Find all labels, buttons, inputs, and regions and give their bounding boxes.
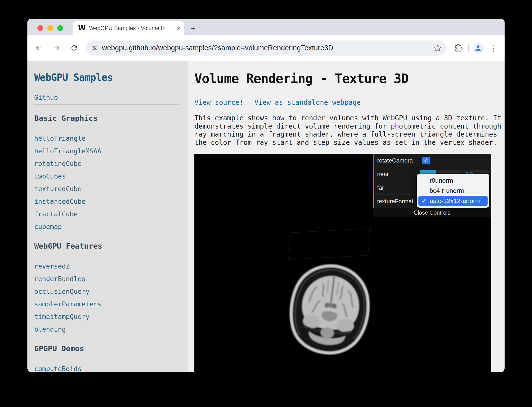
volume-render-brain — [280, 258, 381, 358]
section-heading-basic-graphics: Basic Graphics — [34, 114, 180, 123]
tab-title: WebGPU Samples - Volume R — [89, 25, 176, 32]
url-text[interactable]: webgpu.github.io/webgpu-samples/?sample=… — [102, 44, 431, 52]
back-arrow-icon — [35, 44, 43, 52]
check-icon: ✓ — [422, 197, 426, 204]
extensions-button[interactable] — [453, 42, 464, 54]
section-heading-gpgpu-demos: GPGPU Demos — [34, 344, 180, 353]
rotate-camera-checkbox[interactable]: ✓ — [422, 157, 430, 164]
standalone-link[interactable]: View as standalone webpage — [254, 98, 361, 106]
sidebar-link[interactable]: reversedZ — [34, 262, 180, 270]
gui-row-label: far — [374, 184, 419, 191]
dropdown-option[interactable]: bc4-r-unorm — [418, 186, 488, 196]
gui-row-label: near — [374, 171, 419, 178]
toolbar-divider — [468, 44, 469, 52]
page-title: Volume Rendering - Texture 3D — [194, 71, 505, 86]
close-controls-button[interactable]: Close Controls — [373, 208, 491, 217]
link-separator: — — [247, 98, 251, 106]
site-title: WebGPU Samples — [34, 72, 180, 83]
source-links: View source!—View as standalone webpage — [194, 98, 505, 106]
menu-icon[interactable]: ⋮ — [487, 44, 499, 52]
sidebar-link[interactable]: twoCubes — [34, 172, 180, 180]
bookmark-star-icon[interactable] — [434, 44, 441, 52]
traffic-lights — [37, 25, 63, 31]
faint-cube-edge — [288, 228, 371, 260]
sidebar-link[interactable]: blending — [34, 325, 180, 334]
sidebar-link[interactable]: instancedCube — [34, 197, 180, 206]
gui-row-label: textureFormat — [374, 198, 419, 205]
tab-strip: W WebGPU Samples - Volume R × + — [27, 19, 505, 35]
github-link[interactable]: Github — [34, 94, 58, 101]
reload-icon — [70, 44, 78, 52]
forward-button[interactable] — [50, 42, 62, 54]
sidebar-divider — [34, 105, 180, 105]
sample-description: This example shows how to render volumes… — [194, 114, 505, 147]
browser-window: W WebGPU Samples - Volume R × + webgpu.g… — [27, 19, 505, 372]
page-content: WebGPU Samples Github Basic Graphics hel… — [27, 61, 505, 372]
site-settings-icon[interactable] — [91, 44, 98, 52]
gui-row-label: rotateCamera — [374, 157, 419, 164]
browser-toolbar: webgpu.github.io/webgpu-samples/?sample=… — [27, 35, 505, 61]
sidebar-link[interactable]: computeBoids — [34, 365, 180, 372]
sidebar-link[interactable]: samplerParameters — [34, 300, 180, 308]
sidebar-link[interactable]: renderBundles — [34, 275, 180, 283]
sidebar-link[interactable]: helloTriangle — [34, 134, 180, 143]
section-heading-webgpu-features: WebGPU Features — [34, 241, 180, 251]
forward-arrow-icon — [52, 44, 60, 52]
url-bar[interactable]: webgpu.github.io/webgpu-samples/?sample=… — [86, 41, 446, 56]
browser-tab[interactable]: W WebGPU Samples - Volume R × — [73, 21, 184, 35]
back-button[interactable] — [33, 42, 44, 54]
sidebar-link[interactable]: texturedCube — [34, 185, 180, 193]
view-source-link[interactable]: View source! — [194, 98, 243, 106]
webgpu-logo-icon: W — [78, 25, 86, 32]
new-tab-button[interactable]: + — [189, 24, 197, 33]
dropdown-option-selected[interactable]: ✓ astc-12x12-unorm — [418, 196, 488, 206]
dropdown-option[interactable]: r8unorm — [418, 175, 488, 186]
minimize-window-button[interactable] — [47, 25, 53, 31]
sidebar-link[interactable]: fractalCube — [34, 210, 180, 218]
puzzle-icon — [455, 44, 463, 52]
sidebar: WebGPU Samples Github Basic Graphics hel… — [27, 61, 188, 372]
sidebar-link[interactable]: timestampQuery — [34, 313, 180, 321]
zoom-window-button[interactable] — [57, 25, 63, 31]
main-content: Volume Rendering - Texture 3D View sourc… — [188, 61, 505, 372]
close-tab-icon[interactable]: × — [176, 24, 181, 32]
webgpu-canvas[interactable]: rotateCamera ✓ near 4.0 far — [194, 154, 491, 372]
sidebar-link[interactable]: cubemap — [34, 223, 180, 231]
sidebar-link[interactable]: rotatingCube — [34, 160, 180, 168]
profile-avatar[interactable] — [473, 42, 484, 54]
gui-row-rotate-camera: rotateCamera ✓ — [373, 154, 491, 167]
sidebar-link[interactable]: occlusionQuery — [34, 287, 180, 296]
person-icon — [474, 44, 482, 52]
close-window-button[interactable] — [37, 25, 43, 31]
sidebar-link[interactable]: helloTriangleMSAA — [34, 147, 180, 155]
reload-button[interactable] — [68, 42, 80, 54]
texture-format-menu: r8unorm bc4-r-unorm ✓ astc-12x12-unorm — [417, 174, 489, 208]
dropdown-option-label: astc-12x12-unorm — [430, 197, 481, 205]
